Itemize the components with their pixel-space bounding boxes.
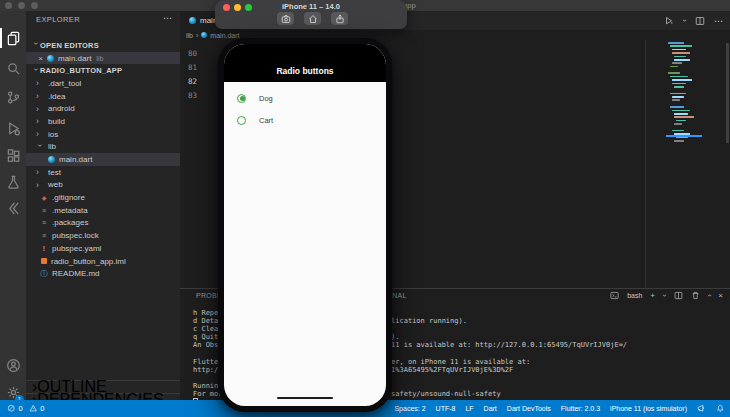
flutter-outline-icon[interactable] <box>0 195 26 221</box>
minimap-line <box>670 76 688 78</box>
sidebar-more-actions-icon[interactable]: ⋯ <box>163 13 172 23</box>
new-terminal-icon[interactable]: + <box>650 291 655 300</box>
chevron-down-icon: › <box>31 68 41 76</box>
warning-icon <box>29 404 38 413</box>
chevron-right-icon: › <box>36 180 44 190</box>
tree-item-radio-button-app-iml[interactable]: radio_button_app.iml <box>26 255 180 268</box>
run-debug-icon[interactable] <box>0 115 26 141</box>
error-icon <box>7 404 16 413</box>
minimap-line <box>672 49 686 51</box>
terminal-dropdown-icon[interactable]: › <box>660 294 669 297</box>
open-editor-folder: lib <box>96 55 103 62</box>
split-editor-button[interactable] <box>695 16 705 26</box>
minimap-line <box>674 113 688 115</box>
breadcrumb[interactable]: lib › main.dart <box>186 30 240 40</box>
config-file-icon: ≡ <box>40 207 48 214</box>
open-editor-main-dart[interactable]: ×main.dartlib <box>26 52 180 65</box>
radio-unselected-icon[interactable] <box>237 116 246 125</box>
extensions-icon[interactable] <box>0 142 26 168</box>
search-icon[interactable] <box>0 55 26 81</box>
tree-item--packages[interactable]: ≡.packages <box>26 217 180 230</box>
minimap-line <box>674 86 684 88</box>
tree-item-label: radio_button_app.iml <box>51 257 126 266</box>
tree-item-label: test <box>48 168 61 177</box>
status-item-lf[interactable]: LF <box>465 405 473 412</box>
status-item-dart-devtools[interactable]: Dart DevTools <box>507 405 551 412</box>
radio-option-cart[interactable]: Cart <box>224 109 386 131</box>
breadcrumb-file[interactable]: main.dart <box>210 32 239 39</box>
source-control-icon[interactable] <box>0 84 26 110</box>
app-title: Radio buttons <box>276 66 333 76</box>
testing-icon[interactable] <box>0 169 26 195</box>
screenshot-button[interactable] <box>277 12 294 25</box>
close-panel-icon[interactable]: × <box>718 291 723 300</box>
kill-terminal-icon[interactable] <box>691 291 700 300</box>
tree-item-label: .metadata <box>52 206 88 215</box>
tree-item-label: build <box>48 117 65 126</box>
feedback-icon[interactable] <box>697 404 706 413</box>
maximize-panel-icon[interactable]: › <box>704 294 713 297</box>
minimap-line <box>672 52 690 54</box>
tree-item-android[interactable]: ›android <box>26 102 180 115</box>
status-item-iphone-11-ios-simulator-[interactable]: iPhone 11 (ios simulator) <box>610 405 687 412</box>
radio-dot <box>240 96 245 101</box>
chevron-down-icon: › <box>31 42 41 50</box>
tree-item-web[interactable]: ›web <box>26 179 180 192</box>
tree-item--dart-tool[interactable]: ›.dart_tool <box>26 77 180 90</box>
simulator-toolbar <box>277 12 348 25</box>
chevron-right-icon: › <box>36 167 44 177</box>
status-item-dart[interactable]: Dart <box>484 405 497 412</box>
home-button[interactable] <box>304 12 321 25</box>
status-item-utf-8[interactable]: UTF-8 <box>436 405 456 412</box>
tree-item--gitignore[interactable]: ◆.gitignore <box>26 191 180 204</box>
editor-scrollbar[interactable] <box>726 43 729 143</box>
minimap-line <box>670 93 686 95</box>
tree-item-test[interactable]: ›test <box>26 166 180 179</box>
tree-item-ios[interactable]: ›ios <box>26 128 180 141</box>
radio-option-dog[interactable]: Dog <box>224 87 386 109</box>
minimap-line <box>670 66 678 68</box>
project-root-header[interactable]: ›RADIO_BUTTON_APP <box>26 64 180 77</box>
minimap[interactable] <box>668 42 700 143</box>
simulator-titlebar[interactable]: iPhone 11 – 14.0 <box>215 0 407 29</box>
radio-option-label: Dog <box>259 94 273 103</box>
tree-item-label: pubspec.lock <box>52 231 99 240</box>
tree-item-label: android <box>48 104 75 113</box>
split-terminal-icon[interactable] <box>674 291 683 300</box>
yaml-file-icon: ! <box>40 245 48 252</box>
tree-item-label: lib <box>48 142 56 151</box>
run-debug-button[interactable] <box>664 16 674 26</box>
tree-item-lib[interactable]: ›lib <box>26 141 180 154</box>
chevron-down-icon[interactable]: › <box>680 19 689 22</box>
status-item-spaces-2[interactable]: Spaces: 2 <box>394 405 425 412</box>
minimap-line <box>674 59 690 61</box>
tree-item-pubspec-lock[interactable]: ≡pubspec.lock <box>26 229 180 242</box>
shell-selector[interactable]: bash <box>627 292 642 299</box>
breadcrumb-folder[interactable]: lib <box>186 32 193 39</box>
account-icon[interactable] <box>0 352 26 378</box>
open-editors-header[interactable]: ›OPEN EDITORS <box>26 39 180 52</box>
tree-item--metadata[interactable]: ≡.metadata <box>26 204 180 217</box>
status-items: Spaces: 2UTF-8LFDartDart DevToolsFlutter… <box>394 405 687 412</box>
minimap-line <box>672 96 684 98</box>
iphone-notch <box>263 44 347 54</box>
problems-status[interactable]: 0 0 <box>7 400 44 417</box>
tree-item-build[interactable]: ›build <box>26 115 180 128</box>
radio-selected-icon[interactable] <box>237 94 246 103</box>
tree-item-label: .idea <box>48 92 65 101</box>
status-item-flutter-2-0-3[interactable]: Flutter: 2.0.3 <box>561 405 600 412</box>
dart-file-icon <box>47 55 54 62</box>
close-editor-icon[interactable]: × <box>36 54 45 63</box>
more-actions-icon[interactable]: ⋯ <box>714 16 723 26</box>
radio-option-label: Cart <box>259 116 273 125</box>
dependencies-section-header[interactable]: › DEPENDENCIES <box>26 393 180 400</box>
tree-item--idea[interactable]: ›.idea <box>26 90 180 103</box>
tree-item-label: web <box>48 180 63 189</box>
tree-item-main-dart[interactable]: main.dart <box>26 153 180 166</box>
tree-item-label: .gitignore <box>52 193 85 202</box>
notifications-bell-icon[interactable] <box>716 404 725 413</box>
explorer-icon[interactable] <box>0 25 26 51</box>
tree-item-readme-md[interactable]: ⓘREADME.md <box>26 267 180 280</box>
tree-item-pubspec-yaml[interactable]: !pubspec.yaml <box>26 242 180 255</box>
share-button[interactable] <box>331 12 348 25</box>
